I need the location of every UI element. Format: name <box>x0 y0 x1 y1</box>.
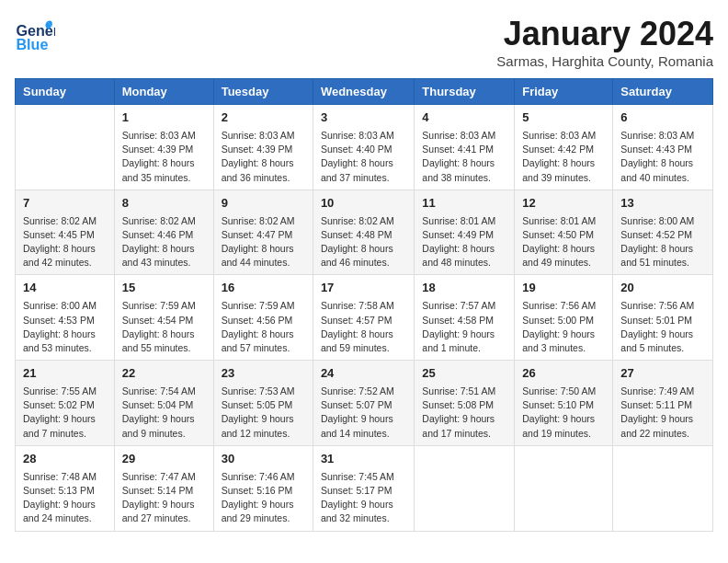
day-number: 6 <box>620 109 705 127</box>
day-number: 21 <box>23 365 107 383</box>
day-number: 26 <box>522 365 605 383</box>
day-info: Sunrise: 8:01 AM Sunset: 4:50 PM Dayligh… <box>522 214 605 270</box>
day-cell: 24Sunrise: 7:52 AM Sunset: 5:07 PM Dayli… <box>313 361 414 446</box>
day-cell: 17Sunrise: 7:58 AM Sunset: 4:57 PM Dayli… <box>313 275 414 361</box>
day-number: 7 <box>23 195 107 213</box>
day-cell: 11Sunrise: 8:01 AM Sunset: 4:49 PM Dayli… <box>415 190 515 275</box>
day-info: Sunrise: 8:03 AM Sunset: 4:43 PM Dayligh… <box>620 129 705 185</box>
day-info: Sunrise: 8:02 AM Sunset: 4:45 PM Dayligh… <box>23 214 107 270</box>
day-info: Sunrise: 7:52 AM Sunset: 5:07 PM Dayligh… <box>321 385 406 441</box>
week-row-1: 1Sunrise: 8:03 AM Sunset: 4:39 PM Daylig… <box>16 105 713 190</box>
day-number: 19 <box>522 280 605 297</box>
day-cell: 3Sunrise: 8:03 AM Sunset: 4:40 PM Daylig… <box>313 105 414 190</box>
day-info: Sunrise: 8:02 AM Sunset: 4:47 PM Dayligh… <box>222 214 305 270</box>
day-cell: 23Sunrise: 7:53 AM Sunset: 5:05 PM Dayli… <box>213 361 313 446</box>
day-cell: 19Sunrise: 7:56 AM Sunset: 5:00 PM Dayli… <box>515 275 613 361</box>
day-info: Sunrise: 8:03 AM Sunset: 4:41 PM Dayligh… <box>422 129 506 185</box>
day-number: 28 <box>23 451 107 468</box>
week-row-4: 21Sunrise: 7:55 AM Sunset: 5:02 PM Dayli… <box>16 361 713 446</box>
day-cell: 29Sunrise: 7:47 AM Sunset: 5:14 PM Dayli… <box>114 445 213 531</box>
day-number: 29 <box>122 451 206 468</box>
header-cell-saturday: Saturday <box>613 79 713 105</box>
day-cell: 18Sunrise: 7:57 AM Sunset: 4:58 PM Dayli… <box>415 275 515 361</box>
day-info: Sunrise: 8:02 AM Sunset: 4:48 PM Dayligh… <box>321 214 406 270</box>
day-cell: 6Sunrise: 8:03 AM Sunset: 4:43 PM Daylig… <box>613 105 713 190</box>
logo-icon: General Blue <box>15 15 55 55</box>
day-info: Sunrise: 7:56 AM Sunset: 5:00 PM Dayligh… <box>522 299 605 355</box>
day-info: Sunrise: 7:59 AM Sunset: 4:56 PM Dayligh… <box>222 299 305 355</box>
calendar-table: SundayMondayTuesdayWednesdayThursdayFrid… <box>15 78 713 532</box>
day-number: 22 <box>122 365 206 383</box>
day-number: 25 <box>422 365 506 383</box>
day-cell: 20Sunrise: 7:56 AM Sunset: 5:01 PM Dayli… <box>613 275 713 361</box>
day-cell <box>16 105 115 190</box>
day-number: 4 <box>422 109 506 127</box>
day-cell <box>613 445 713 531</box>
day-info: Sunrise: 7:56 AM Sunset: 5:01 PM Dayligh… <box>620 299 705 355</box>
day-info: Sunrise: 7:48 AM Sunset: 5:13 PM Dayligh… <box>23 470 107 526</box>
day-number: 30 <box>222 451 305 468</box>
header-cell-thursday: Thursday <box>415 79 515 105</box>
week-row-2: 7Sunrise: 8:02 AM Sunset: 4:45 PM Daylig… <box>16 190 713 275</box>
day-cell: 10Sunrise: 8:02 AM Sunset: 4:48 PM Dayli… <box>313 190 414 275</box>
day-cell: 28Sunrise: 7:48 AM Sunset: 5:13 PM Dayli… <box>16 445 115 531</box>
day-info: Sunrise: 7:45 AM Sunset: 5:17 PM Dayligh… <box>321 470 406 526</box>
day-number: 1 <box>122 109 206 127</box>
header-row: SundayMondayTuesdayWednesdayThursdayFrid… <box>16 79 713 105</box>
day-cell: 25Sunrise: 7:51 AM Sunset: 5:08 PM Dayli… <box>415 361 515 446</box>
week-row-3: 14Sunrise: 8:00 AM Sunset: 4:53 PM Dayli… <box>16 275 713 361</box>
day-cell: 26Sunrise: 7:50 AM Sunset: 5:10 PM Dayli… <box>515 361 613 446</box>
calendar-body: 1Sunrise: 8:03 AM Sunset: 4:39 PM Daylig… <box>16 105 713 532</box>
day-info: Sunrise: 7:54 AM Sunset: 5:04 PM Dayligh… <box>122 385 206 441</box>
day-cell: 13Sunrise: 8:00 AM Sunset: 4:52 PM Dayli… <box>613 190 713 275</box>
svg-text:Blue: Blue <box>16 36 48 52</box>
day-info: Sunrise: 8:01 AM Sunset: 4:49 PM Dayligh… <box>422 214 506 270</box>
header-cell-friday: Friday <box>515 79 613 105</box>
day-cell: 12Sunrise: 8:01 AM Sunset: 4:50 PM Dayli… <box>515 190 613 275</box>
day-info: Sunrise: 7:51 AM Sunset: 5:08 PM Dayligh… <box>422 385 506 441</box>
title-area: January 2024 Sarmas, Harghita County, Ro… <box>496 15 713 69</box>
day-info: Sunrise: 8:00 AM Sunset: 4:53 PM Dayligh… <box>23 299 107 355</box>
day-cell: 14Sunrise: 8:00 AM Sunset: 4:53 PM Dayli… <box>16 275 115 361</box>
day-info: Sunrise: 7:47 AM Sunset: 5:14 PM Dayligh… <box>122 470 206 526</box>
header-cell-wednesday: Wednesday <box>313 79 414 105</box>
day-number: 20 <box>620 280 705 297</box>
day-cell: 8Sunrise: 8:02 AM Sunset: 4:46 PM Daylig… <box>114 190 213 275</box>
week-row-5: 28Sunrise: 7:48 AM Sunset: 5:13 PM Dayli… <box>16 445 713 531</box>
day-cell: 5Sunrise: 8:03 AM Sunset: 4:42 PM Daylig… <box>515 105 613 190</box>
day-cell: 22Sunrise: 7:54 AM Sunset: 5:04 PM Dayli… <box>114 361 213 446</box>
subtitle: Sarmas, Harghita County, Romania <box>496 53 713 69</box>
day-info: Sunrise: 8:02 AM Sunset: 4:46 PM Dayligh… <box>122 214 206 270</box>
day-cell: 2Sunrise: 8:03 AM Sunset: 4:39 PM Daylig… <box>213 105 313 190</box>
logo: General Blue <box>15 15 55 55</box>
day-number: 31 <box>321 451 406 468</box>
day-cell: 1Sunrise: 8:03 AM Sunset: 4:39 PM Daylig… <box>114 105 213 190</box>
day-number: 12 <box>522 195 605 213</box>
day-number: 11 <box>422 195 506 213</box>
day-info: Sunrise: 7:58 AM Sunset: 4:57 PM Dayligh… <box>321 299 406 355</box>
day-cell: 16Sunrise: 7:59 AM Sunset: 4:56 PM Dayli… <box>213 275 313 361</box>
header-cell-sunday: Sunday <box>16 79 115 105</box>
day-info: Sunrise: 8:03 AM Sunset: 4:42 PM Dayligh… <box>522 129 605 185</box>
day-number: 3 <box>321 109 406 127</box>
day-number: 24 <box>321 365 406 383</box>
day-cell: 4Sunrise: 8:03 AM Sunset: 4:41 PM Daylig… <box>415 105 515 190</box>
day-info: Sunrise: 7:57 AM Sunset: 4:58 PM Dayligh… <box>422 299 506 355</box>
day-number: 9 <box>222 195 305 213</box>
day-info: Sunrise: 7:49 AM Sunset: 5:11 PM Dayligh… <box>620 385 705 441</box>
day-number: 2 <box>222 109 305 127</box>
day-cell <box>515 445 613 531</box>
day-cell: 27Sunrise: 7:49 AM Sunset: 5:11 PM Dayli… <box>613 361 713 446</box>
day-info: Sunrise: 8:00 AM Sunset: 4:52 PM Dayligh… <box>620 214 705 270</box>
day-number: 23 <box>222 365 305 383</box>
main-title: January 2024 <box>496 15 713 53</box>
day-info: Sunrise: 7:53 AM Sunset: 5:05 PM Dayligh… <box>222 385 305 441</box>
day-info: Sunrise: 8:03 AM Sunset: 4:39 PM Dayligh… <box>222 129 305 185</box>
day-number: 8 <box>122 195 206 213</box>
day-number: 14 <box>23 280 107 297</box>
day-info: Sunrise: 7:46 AM Sunset: 5:16 PM Dayligh… <box>222 470 305 526</box>
day-number: 27 <box>620 365 705 383</box>
day-number: 16 <box>222 280 305 297</box>
header-cell-tuesday: Tuesday <box>213 79 313 105</box>
day-cell: 15Sunrise: 7:59 AM Sunset: 4:54 PM Dayli… <box>114 275 213 361</box>
